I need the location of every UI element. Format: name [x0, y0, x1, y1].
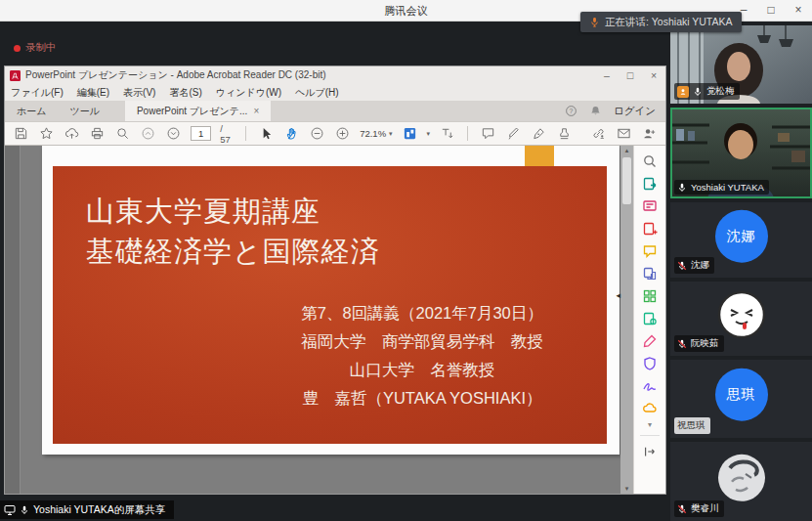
participant-tile-5[interactable]: 思琪 祝思琪: [670, 360, 812, 438]
organize-pages-icon[interactable]: [641, 287, 659, 305]
microphone-icon: [589, 17, 600, 27]
document-viewport: 山東大学夏期講座 基礎経済学と国際経済 第7、8回講義（2021年7月30日） …: [5, 146, 665, 494]
participant-tile-6[interactable]: 樊睿川: [670, 442, 812, 521]
microphone-muted-icon: [677, 504, 687, 514]
acrobat-toolbar: 1 / 57 72.1% ▾ ▾: [5, 121, 665, 146]
create-pdf-icon[interactable]: [641, 220, 659, 238]
participant-tile-1[interactable]: 党松梅: [670, 25, 812, 104]
active-speaker-text: 正在讲话: Yoshiaki YUTAKA: [605, 16, 733, 29]
sign-pen-icon[interactable]: [531, 125, 547, 142]
microphone-icon: [20, 505, 29, 515]
participant-name: 樊睿川: [691, 502, 719, 515]
menu-help[interactable]: ヘルプ(H): [295, 86, 339, 100]
recording-indicator: 录制中: [14, 41, 57, 55]
highlighter-icon[interactable]: [505, 125, 522, 142]
maximize-button[interactable]: □: [757, 0, 785, 22]
select-cursor-icon[interactable]: [258, 125, 275, 142]
share-link-icon[interactable]: [590, 125, 607, 142]
notifications-bell-icon[interactable]: [589, 105, 602, 117]
page-number-input[interactable]: 1: [191, 126, 211, 141]
search-tools-icon[interactable]: [641, 152, 659, 170]
close-button[interactable]: ×: [785, 0, 812, 22]
participant-name: 党松梅: [706, 85, 735, 98]
protect-pdf-icon[interactable]: [641, 355, 659, 372]
pdf-page: 山東大学夏期講座 基礎経済学と国際経済 第7、8回講義（2021年7月30日） …: [42, 146, 620, 455]
tab-close-icon[interactable]: ×: [253, 106, 259, 116]
zoom-out-icon[interactable]: [309, 125, 325, 142]
monitor-icon: [4, 504, 16, 516]
zoom-in-icon[interactable]: [334, 125, 351, 142]
menu-view[interactable]: 表示(V): [123, 86, 155, 100]
adobe-sign-icon[interactable]: [641, 377, 659, 395]
participant-3-label: 沈娜: [674, 257, 714, 274]
expand-panel-icon[interactable]: [641, 443, 659, 460]
next-page-icon[interactable]: [165, 125, 182, 142]
scrollbar-down-icon[interactable]: ▾: [620, 485, 633, 493]
participant-tile-3[interactable]: 沈娜 沈娜: [670, 202, 812, 278]
edit-pdf-icon[interactable]: [641, 197, 659, 215]
acrobat-window-controls: – □ ×: [595, 69, 665, 81]
document-scrollbar[interactable]: ▴ ▾: [620, 146, 633, 494]
search-icon[interactable]: [114, 125, 131, 142]
tools-panel-collapse-icon[interactable]: ◂: [616, 290, 620, 300]
participant-6-label: 樊睿川: [674, 500, 724, 517]
previous-page-icon[interactable]: [140, 125, 156, 142]
share-cloud-icon[interactable]: [64, 125, 80, 142]
slide-body-line: 福岡大学 商学部貿易学科 教授: [238, 327, 606, 356]
print-icon[interactable]: [89, 125, 106, 142]
tab-tools-label: ツール: [69, 105, 99, 118]
participant-tile-2[interactable]: Yoshiaki YUTAKA: [670, 108, 812, 198]
menu-file[interactable]: ファイル(F): [11, 86, 64, 100]
login-button[interactable]: ログイン: [614, 105, 656, 118]
comment-icon[interactable]: [480, 125, 496, 142]
acrobat-reader-window: PowerPoint プレゼンテーション - Adobe Acrobat Rea…: [5, 66, 665, 494]
more-tools-icon[interactable]: [641, 400, 659, 417]
help-icon[interactable]: ?: [565, 105, 577, 117]
add-user-icon[interactable]: [641, 125, 658, 142]
page-display-icon[interactable]: [402, 125, 418, 142]
combine-files-icon[interactable]: [641, 265, 659, 282]
chevron-down-icon: ▾: [389, 130, 393, 138]
microphone-icon: [677, 183, 687, 193]
acrobat-close-button[interactable]: ×: [642, 69, 665, 81]
star-icon[interactable]: [38, 125, 55, 142]
stamp-icon[interactable]: [556, 125, 573, 142]
menu-edit[interactable]: 編集(E): [77, 86, 109, 100]
tab-document[interactable]: PowerPoint プレゼンテ... ×: [125, 101, 271, 121]
acrobat-window-title: PowerPoint プレゼンテーション - Adobe Acrobat Rea…: [25, 68, 590, 82]
scan-ocr-icon[interactable]: [641, 310, 659, 327]
navigation-pane-strip[interactable]: [5, 146, 21, 494]
fill-sign-icon[interactable]: [641, 332, 659, 350]
host-badge-icon: [677, 86, 689, 98]
toolbar-separator: [467, 126, 468, 141]
acrobat-app-icon: [10, 70, 21, 81]
scrollbar-thumb[interactable]: [622, 157, 631, 204]
acrobat-menubar: ファイル(F) 編集(E) 表示(V) 署名(S) ウィンドウ(W) ヘルプ(H…: [5, 84, 665, 101]
share-banner-text: Yoshiaki YUTAKA的屏幕共享: [33, 503, 165, 517]
meeting-window-controls: – □ ×: [730, 0, 812, 22]
microphone-muted-icon: [677, 339, 687, 349]
tabbar-right-group: ? ログイン: [565, 101, 665, 121]
participant-2-label: Yoshiaki YUTAKA: [674, 180, 769, 195]
participant-tile-4[interactable]: 阮映茹: [670, 282, 812, 356]
page-display-caret-icon[interactable]: ▾: [427, 130, 431, 138]
svg-text:?: ?: [570, 108, 574, 114]
email-icon[interactable]: [616, 125, 632, 142]
scrollbar-up-icon[interactable]: ▴: [620, 147, 633, 154]
participant-4-avatar: [717, 290, 766, 339]
tab-home[interactable]: ホーム: [5, 101, 58, 121]
zoom-level-dropdown[interactable]: 72.1% ▾: [360, 128, 392, 139]
tab-tools[interactable]: ツール: [58, 101, 110, 121]
menu-window[interactable]: ウィンドウ(W): [216, 86, 281, 100]
acrobat-maximize-button[interactable]: □: [619, 69, 642, 81]
comment-tool-icon[interactable]: [641, 242, 659, 260]
text-size-icon[interactable]: [439, 125, 455, 142]
hand-tool-icon[interactable]: [283, 125, 300, 142]
menu-sign[interactable]: 署名(S): [169, 86, 201, 100]
acrobat-minimize-button[interactable]: –: [595, 69, 619, 81]
rail-chevron-down-icon[interactable]: ▾: [648, 422, 652, 428]
save-icon[interactable]: [13, 125, 29, 142]
slide-body: 第7、8回講義（2021年7月30日） 福岡大学 商学部貿易学科 教授 山口大学…: [238, 299, 606, 412]
export-pdf-icon[interactable]: [641, 175, 659, 193]
tab-home-label: ホーム: [17, 105, 46, 118]
